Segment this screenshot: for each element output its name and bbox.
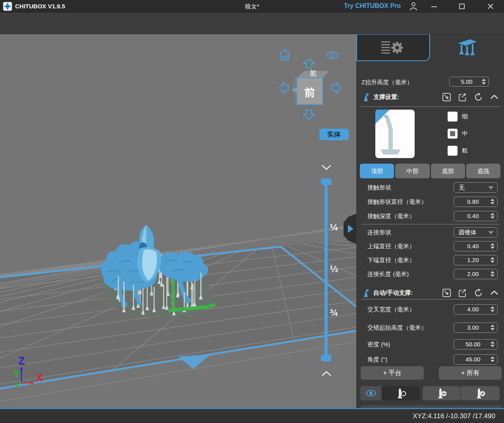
collapse-section-icon[interactable] xyxy=(489,92,499,102)
spin-down-icon[interactable] xyxy=(490,310,494,312)
spin-down-icon[interactable] xyxy=(490,360,494,362)
layer-slider-bottom-handle[interactable] xyxy=(321,355,331,361)
svg-text:左: 左 xyxy=(292,87,298,93)
reset-settings-icon[interactable] xyxy=(473,92,483,102)
axis-indicator: Z Y X xyxy=(11,352,55,391)
z-lift-spinner[interactable]: 5.00 xyxy=(449,77,489,87)
spin-up-icon[interactable] xyxy=(490,199,494,201)
add-all-button[interactable]: + 所有 xyxy=(439,366,502,380)
layer-slider-top-handle[interactable] xyxy=(321,178,331,185)
param-spinner[interactable]: 4.00 xyxy=(454,304,498,315)
param-row: 接触形状直径（毫米）0.80 xyxy=(356,197,504,207)
spin-down-icon[interactable] xyxy=(490,328,494,330)
delete-support-button[interactable] xyxy=(423,386,460,400)
spin-up-icon[interactable] xyxy=(490,243,494,245)
param-row: 上端直径（毫米）0.40 xyxy=(356,241,504,251)
import-settings-icon[interactable] xyxy=(442,288,452,298)
visibility-eye-icon[interactable] xyxy=(326,50,339,62)
checkbox-label: 中 xyxy=(462,130,468,137)
divider xyxy=(361,106,500,107)
slider-quarter-label: ¼ xyxy=(330,223,342,232)
param-label: 接触形状 xyxy=(367,184,391,191)
param-spinner[interactable]: 50.00 xyxy=(454,339,498,350)
home-view-icon[interactable] xyxy=(278,48,291,63)
spin-up-icon[interactable] xyxy=(490,271,494,273)
param-spinner[interactable]: 1.20 xyxy=(454,255,498,265)
spin-down-icon[interactable] xyxy=(490,202,494,205)
spin-up-icon[interactable] xyxy=(490,213,494,215)
param-row: 接触形状无 xyxy=(356,182,504,193)
section-tab-3[interactable]: 底部 xyxy=(431,164,465,178)
z-lift-label: Z抬升高度（毫米） xyxy=(361,79,413,86)
section-tab-1[interactable]: 顶部 xyxy=(360,164,394,178)
param-label: 接触形状直径（毫米） xyxy=(367,198,427,206)
add-platform-button[interactable]: + 平台 xyxy=(361,366,424,380)
spin-down-icon[interactable] xyxy=(490,261,494,263)
reset-settings-icon[interactable] xyxy=(473,288,483,298)
add-support-button[interactable] xyxy=(382,386,420,400)
param-dropdown[interactable]: 圆锥体 xyxy=(454,227,498,238)
edit-support-button[interactable] xyxy=(461,386,500,400)
tab-support-settings[interactable] xyxy=(430,34,504,61)
svg-text:Z: Z xyxy=(18,355,25,367)
account-icon[interactable] xyxy=(408,0,419,13)
param-row: 密度 (%)50.00 xyxy=(356,339,504,350)
checkbox[interactable] xyxy=(448,129,458,139)
param-spinner[interactable]: 2.00 xyxy=(454,269,498,279)
param-label: 交叉宽度（毫米） xyxy=(367,306,415,313)
param-row: 交错起始高度（毫米）3.00 xyxy=(356,323,504,333)
layer-slider-track[interactable] xyxy=(324,180,328,361)
spin-up-icon[interactable] xyxy=(490,257,494,259)
tab-slice-settings[interactable] xyxy=(356,34,430,61)
dropdown-caret-icon xyxy=(488,231,494,234)
add-support-icon xyxy=(395,388,407,398)
param-label: 上端直径（毫米） xyxy=(367,243,415,250)
maximize-button[interactable] xyxy=(456,0,468,13)
spin-down-icon[interactable] xyxy=(490,345,494,347)
render-mode-button[interactable]: 实体 xyxy=(319,129,349,140)
import-settings-icon[interactable] xyxy=(442,92,452,102)
panel-collapse-handle[interactable] xyxy=(344,214,356,245)
param-spinner[interactable]: 0.80 xyxy=(454,197,498,207)
viewport-3d[interactable]: 顶 左 前 实体 ¼ ½ ¾ Z Y X xyxy=(0,34,356,409)
spin-up-icon[interactable] xyxy=(490,356,494,359)
support-settings-title: 支撑设置: xyxy=(373,93,399,101)
title-bar: CHITUBOX V1.9.5 狼女* Try CHITUBOX Pro xyxy=(0,0,504,13)
param-label: 密度 (%) xyxy=(367,341,390,348)
try-pro-link[interactable]: Try CHITUBOX Pro xyxy=(344,2,401,10)
slider-half-label: ½ xyxy=(330,265,342,274)
param-spinner[interactable]: 45.00 xyxy=(454,354,498,365)
spin-up-icon[interactable] xyxy=(490,324,494,327)
param-spinner[interactable]: 3.00 xyxy=(454,323,498,333)
param-row: 下端直径（毫米）1.20 xyxy=(356,255,504,265)
section-tab-4[interactable]: 底筏 xyxy=(466,164,500,178)
spin-down-icon[interactable] xyxy=(490,247,494,249)
slider-collapse-up-icon[interactable] xyxy=(322,164,331,172)
spin-down-icon[interactable] xyxy=(490,216,494,219)
dropdown-caret-icon xyxy=(488,186,494,189)
param-label: 接触深度（毫米） xyxy=(367,212,415,220)
toggle-support-visibility-button[interactable] xyxy=(360,386,381,400)
param-spinner[interactable]: 0.40 xyxy=(454,241,498,251)
spin-up-icon[interactable] xyxy=(490,341,494,344)
auto-manual-title: 自动/手动支撑: xyxy=(373,289,413,297)
export-settings-icon[interactable] xyxy=(458,288,467,298)
spin-down-icon[interactable] xyxy=(490,274,494,277)
param-spinner[interactable]: 0.40 xyxy=(454,211,498,221)
support-preview-image xyxy=(375,110,415,158)
collapse-section-icon[interactable] xyxy=(489,288,499,298)
checkbox[interactable] xyxy=(448,112,458,122)
checkbox[interactable] xyxy=(448,146,458,156)
param-dropdown[interactable]: 无 xyxy=(454,182,498,193)
app-title: CHITUBOX V1.9.5 xyxy=(15,3,65,10)
support-small-icon xyxy=(362,288,370,299)
navigation-cube[interactable]: 顶 左 前 xyxy=(287,67,342,112)
density-option-3: 粗 xyxy=(448,146,468,156)
slider-expand-up-icon[interactable] xyxy=(322,371,331,378)
minimize-button[interactable] xyxy=(428,0,440,13)
close-button[interactable] xyxy=(485,0,496,13)
export-settings-icon[interactable] xyxy=(458,92,467,102)
eye-icon xyxy=(366,389,376,397)
spin-up-icon[interactable] xyxy=(490,306,494,309)
section-tab-2[interactable]: 中部 xyxy=(395,164,429,178)
